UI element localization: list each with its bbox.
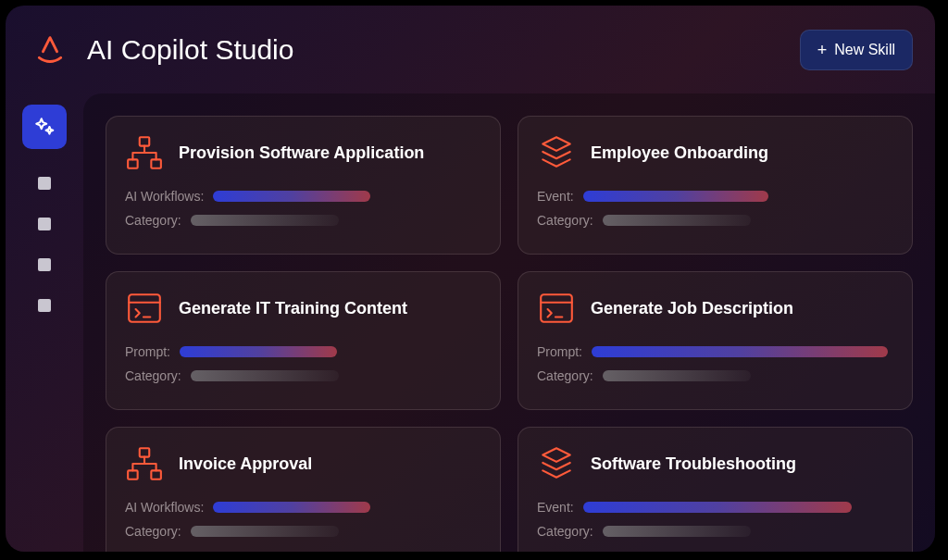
new-skill-button[interactable]: + New Skill [800,30,913,70]
skill-card[interactable]: Employee Onboarding Event: Category: [518,116,913,255]
card-row-1: Event: [537,500,893,515]
card-title: Employee Onboarding [591,143,768,163]
svg-rect-0 [140,137,150,145]
value-bar [603,370,751,381]
value-bar [603,526,751,537]
skill-card[interactable]: Generate IT Training Content Prompt: Cat… [106,271,501,410]
sidebar-item-placeholder-3[interactable] [38,258,51,271]
plus-icon: + [817,42,828,58]
terminal-icon [125,289,164,328]
card-label: Category: [125,524,181,539]
body: Provision Software Application AI Workfl… [6,93,935,552]
value-bar [191,526,339,537]
card-label: Category: [537,213,593,228]
value-bar [213,502,370,513]
sidebar [6,93,83,552]
svg-rect-1 [128,159,138,168]
skill-grid: Provision Software Application AI Workfl… [106,116,913,552]
card-title: Invoice Approval [179,454,312,474]
value-bar [583,191,768,202]
card-head: Provision Software Application [125,133,481,172]
sidebar-item-placeholder-1[interactable] [38,177,51,190]
card-row-2: Category: [125,368,481,383]
value-bar [603,215,751,226]
card-row-2: Category: [537,213,893,228]
app-title: AI Copilot Studio [87,34,785,66]
card-label: Prompt: [125,344,170,359]
value-bar [191,215,339,226]
card-head: Invoice Approval [125,444,481,483]
layers-icon [537,444,576,483]
svg-rect-5 [140,448,150,456]
card-title: Generate IT Training Content [179,299,407,318]
card-label: Category: [125,213,181,228]
value-bar [592,346,888,357]
card-row-2: Category: [125,213,481,228]
svg-rect-2 [151,159,161,168]
card-head: Software Troubleshooting [537,444,893,483]
layers-icon [537,133,576,172]
header: AI Copilot Studio + New Skill [6,6,935,93]
card-row-1: Event: [537,189,893,204]
card-title: Software Troubleshooting [591,454,796,474]
card-head: Generate IT Training Content [125,289,481,328]
app-logo-icon [28,28,72,72]
card-title: Provision Software Application [179,143,424,163]
value-bar [213,191,370,202]
svg-rect-7 [151,470,161,479]
skill-card[interactable]: Invoice Approval AI Workflows: Category: [106,427,501,552]
card-row-1: AI Workflows: [125,500,481,515]
card-label: Prompt: [537,344,582,359]
card-row-2: Category: [125,524,481,539]
card-row-1: Prompt: [537,344,893,359]
card-label: Event: [537,500,574,515]
hierarchy-icon [125,444,164,483]
card-label: Category: [537,524,593,539]
value-bar [583,502,852,513]
card-title: Generate Job Description [591,299,793,318]
card-label: AI Workflows: [125,500,204,515]
sidebar-item-placeholder-4[interactable] [38,299,51,312]
card-label: Category: [125,368,181,383]
app-window: AI Copilot Studio + New Skill Provision … [6,6,935,552]
card-label: AI Workflows: [125,189,204,204]
main-content: Provision Software Application AI Workfl… [83,93,935,552]
card-row-1: AI Workflows: [125,189,481,204]
new-skill-label: New Skill [834,42,895,58]
hierarchy-icon [125,133,164,172]
card-head: Generate Job Description [537,289,893,328]
value-bar [191,370,339,381]
card-label: Event: [537,189,574,204]
card-label: Category: [537,368,593,383]
card-row-2: Category: [537,524,893,539]
terminal-icon [537,289,576,328]
sparkles-icon [32,115,56,139]
card-row-1: Prompt: [125,344,481,359]
value-bar [180,346,337,357]
skill-card[interactable]: Software Troubleshooting Event: Category… [518,427,913,552]
sidebar-item-placeholder-2[interactable] [38,218,51,230]
skill-card[interactable]: Generate Job Description Prompt: Categor… [518,271,913,410]
card-row-2: Category: [537,368,893,383]
svg-rect-6 [128,470,138,479]
skill-card[interactable]: Provision Software Application AI Workfl… [106,116,501,255]
card-head: Employee Onboarding [537,133,893,172]
sidebar-item-skills[interactable] [22,105,67,149]
